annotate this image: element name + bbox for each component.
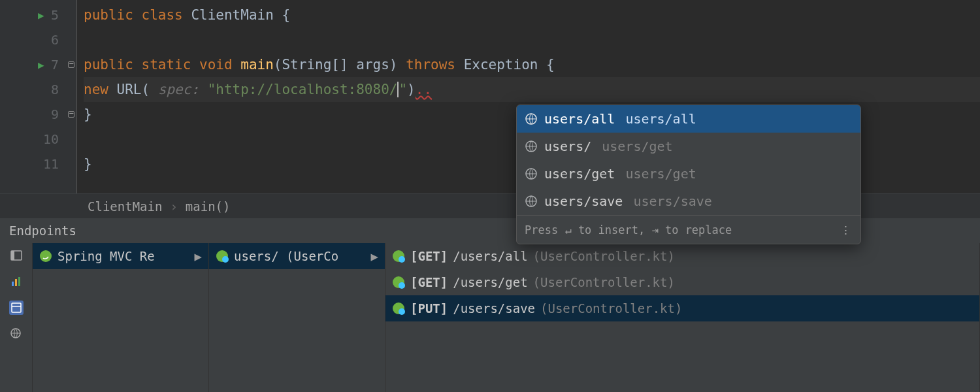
- endpoints-controller-item[interactable]: users/ (UserCo ▶: [209, 243, 385, 269]
- globe-icon: [525, 112, 538, 125]
- globe-icon: [525, 140, 538, 153]
- code-token: }: [84, 106, 92, 122]
- run-gutter-icon[interactable]: ▶: [38, 59, 44, 71]
- endpoint-item[interactable]: [GET] /users/all (UserController.kt): [385, 243, 979, 269]
- endpoints-group-label: Spring MVC Re: [57, 249, 155, 263]
- list-icon[interactable]: [9, 301, 24, 315]
- completion-item[interactable]: users/getusers/get: [517, 160, 860, 188]
- globe-icon: [525, 167, 538, 180]
- code-token: spec:: [158, 82, 208, 97]
- panel-title-text: Endpoints: [9, 223, 76, 238]
- line-number-gutter: 5 ▶ 6 7 ▶ 8 9 10 11: [0, 0, 65, 193]
- endpoint-item[interactable]: [PUT] /users/save (UserController.kt): [385, 295, 979, 321]
- endpoints-list: [GET] /users/all (UserController.kt)[GET…: [385, 243, 980, 392]
- svg-rect-2: [12, 282, 14, 286]
- completion-text: users/: [544, 139, 591, 154]
- completion-item[interactable]: users/users/get: [517, 133, 860, 160]
- endpoints-controller-label: users/ (UserCo: [234, 249, 338, 263]
- chevron-right-icon: ▶: [371, 249, 378, 263]
- chart-icon[interactable]: [9, 274, 24, 289]
- endpoints-panel: Spring MVC Re ▶ users/ (UserCo ▶ [GET] /…: [0, 243, 980, 392]
- completion-footer: Press ↵ to insert, ⇥ to replace⋮: [517, 215, 860, 244]
- code-token: "http://localhost:8080/: [208, 82, 398, 97]
- endpoint-item[interactable]: [GET] /users/get (UserController.kt): [385, 269, 979, 295]
- completion-detail: users/all: [625, 111, 696, 127]
- endpoint-path: /users/get: [453, 275, 527, 289]
- code-token: static: [142, 57, 200, 73]
- line-number: 10: [43, 131, 59, 147]
- endpoints-columns: Spring MVC Re ▶ users/ (UserCo ▶ [GET] /…: [33, 243, 980, 392]
- endpoint-source: (UserController.kt): [540, 301, 682, 316]
- code-token: throws: [406, 57, 464, 73]
- completion-text: users/all: [544, 111, 615, 127]
- completion-item[interactable]: users/allusers/all: [517, 105, 860, 133]
- panel-side-toolbar: [0, 243, 33, 392]
- code-token: {: [282, 7, 290, 23]
- code-token: void: [199, 57, 240, 73]
- spring-icon: [216, 250, 229, 263]
- line-number: 5: [51, 7, 59, 23]
- chevron-right-icon: ▶: [195, 249, 202, 263]
- code-token: ": [399, 82, 407, 97]
- code-token: ClientMain: [191, 7, 282, 23]
- completion-item[interactable]: users/saveusers/save: [517, 188, 860, 215]
- code-token: (String[] args): [274, 57, 406, 73]
- breadcrumb-item[interactable]: ClientMain: [84, 199, 166, 214]
- http-method: [PUT]: [410, 301, 448, 316]
- code-token: Exception: [464, 57, 546, 73]
- spring-icon: [392, 250, 405, 263]
- breadcrumb-item[interactable]: main(): [182, 199, 235, 214]
- run-gutter-icon[interactable]: ▶: [38, 9, 44, 22]
- endpoint-path: /users/save: [453, 301, 535, 316]
- completion-hint: Press ↵ to insert, ⇥ to replace: [525, 223, 732, 237]
- line-number: 6: [51, 32, 59, 48]
- completion-text: users/save: [544, 193, 623, 209]
- code-completion-popup[interactable]: users/allusers/allusers/users/getusers/g…: [516, 105, 861, 244]
- layout-icon[interactable]: [9, 248, 24, 263]
- completion-detail: users/get: [625, 166, 696, 182]
- globe-settings-icon[interactable]: [9, 327, 24, 341]
- completion-text: users/get: [544, 166, 615, 182]
- line-number: 9: [51, 106, 59, 122]
- spring-icon: [392, 276, 405, 289]
- svg-rect-3: [15, 279, 17, 286]
- code-token: public: [84, 57, 142, 73]
- line-number: 8: [51, 82, 59, 97]
- fold-toggle-icon[interactable]: [68, 111, 74, 118]
- globe-icon: [525, 195, 538, 208]
- svg-point-8: [40, 250, 52, 262]
- code-token: URL(: [117, 82, 158, 97]
- http-method: [GET]: [410, 249, 448, 263]
- code-token: }: [84, 156, 92, 172]
- endpoint-source: (UserController.kt): [533, 249, 675, 263]
- spring-icon: [392, 302, 405, 315]
- line-number: 7: [51, 57, 59, 73]
- completion-detail: users/save: [633, 193, 711, 209]
- code-token: ): [407, 82, 416, 97]
- svg-rect-4: [18, 277, 20, 286]
- endpoint-source: (UserController.kt): [533, 275, 675, 289]
- line-number: 11: [43, 156, 59, 172]
- more-icon[interactable]: ⋮: [840, 223, 853, 237]
- fold-gutter: [65, 0, 77, 193]
- code-token: new: [84, 82, 117, 97]
- error-squiggle: ..: [416, 82, 432, 97]
- svg-point-12: [399, 256, 405, 263]
- spring-icon: [39, 250, 52, 263]
- endpoints-group-item[interactable]: Spring MVC Re ▶: [33, 243, 208, 269]
- svg-rect-5: [12, 303, 21, 312]
- chevron-right-icon: ›: [166, 199, 181, 214]
- code-token: class: [142, 7, 191, 23]
- fold-toggle-icon[interactable]: [68, 61, 74, 68]
- endpoint-path: /users/all: [453, 249, 527, 263]
- completion-detail: users/get: [602, 139, 672, 154]
- svg-point-10: [222, 256, 229, 263]
- svg-point-16: [399, 308, 405, 315]
- svg-point-14: [399, 282, 405, 289]
- code-token: public: [84, 7, 142, 23]
- code-token: main: [240, 57, 274, 73]
- svg-rect-1: [11, 251, 14, 260]
- code-token: {: [546, 57, 555, 73]
- http-method: [GET]: [410, 275, 448, 289]
